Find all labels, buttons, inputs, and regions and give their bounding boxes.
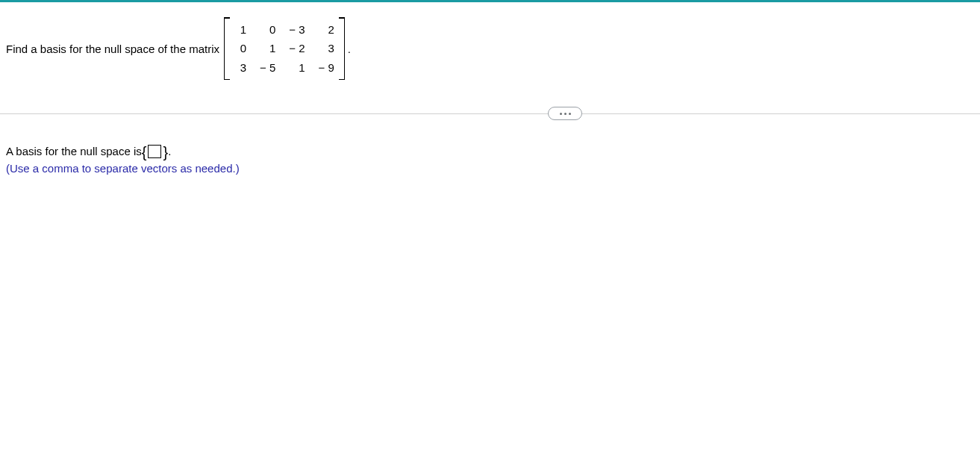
matrix-cell: 3 [234, 62, 246, 73]
question-period: . [348, 43, 351, 55]
answer-area: A basis for the null space is { } . (Use… [0, 122, 980, 178]
matrix-cell: 0 [234, 43, 246, 54]
matrix-cell: 0 [260, 24, 275, 35]
answer-line: A basis for the null space is { } . [6, 143, 980, 160]
more-options-button[interactable] [548, 107, 582, 120]
divider-line [0, 113, 980, 114]
matrix-grid: 1 0 − 3 2 0 1 − 2 3 3 − 5 1 − 9 [230, 17, 339, 80]
matrix-cell: 1 [234, 24, 246, 35]
matrix-cell: 1 [289, 62, 305, 73]
matrix-cell: 3 [319, 43, 334, 54]
matrix: 1 0 − 3 2 0 1 − 2 3 3 − 5 1 − 9 [224, 17, 345, 80]
matrix-right-bracket [339, 17, 345, 80]
section-divider [0, 107, 980, 122]
question-row: Find a basis for the null space of the m… [6, 17, 980, 80]
matrix-cell: − 2 [289, 43, 305, 54]
matrix-cell: 1 [260, 43, 275, 54]
question-area: Find a basis for the null space of the m… [0, 2, 980, 80]
matrix-left-bracket [224, 17, 230, 80]
question-prompt: Find a basis for the null space of the m… [6, 43, 219, 55]
answer-lead-text: A basis for the null space is [6, 143, 142, 160]
answer-trailing-period: . [168, 143, 171, 160]
matrix-cell: 2 [319, 24, 334, 35]
ellipsis-icon [560, 113, 571, 115]
left-brace: { [142, 145, 147, 160]
matrix-cell: − 9 [319, 62, 334, 73]
right-brace: } [163, 145, 168, 160]
matrix-cell: − 3 [289, 24, 305, 35]
answer-input[interactable] [148, 145, 161, 158]
matrix-cell: − 5 [260, 62, 275, 73]
answer-hint: (Use a comma to separate vectors as need… [6, 160, 980, 177]
